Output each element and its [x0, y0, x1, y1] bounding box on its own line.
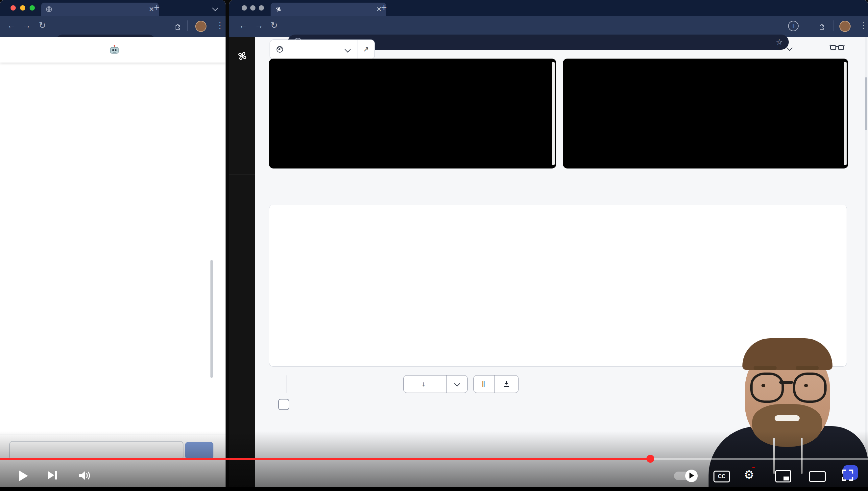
close-traffic-light[interactable] — [242, 5, 247, 10]
play-button[interactable] — [19, 470, 28, 482]
toolbar-divider — [833, 21, 834, 31]
open-external-icon[interactable]: ↗ — [358, 45, 374, 54]
workflow-input-json-panel[interactable] — [269, 59, 556, 169]
hd-badge — [752, 467, 755, 468]
chevron-down-icon — [345, 47, 350, 52]
progress-remaining — [650, 458, 868, 460]
forward-button[interactable]: → — [22, 21, 31, 30]
download-history-button[interactable] — [495, 375, 518, 393]
minimize-traffic-light[interactable] — [250, 5, 255, 10]
reload-button[interactable]: ↻ — [271, 21, 278, 30]
profile-avatar[interactable] — [195, 21, 207, 32]
view-mode-segmented-control — [286, 375, 286, 393]
page-scrollbar-thumb[interactable] — [865, 77, 867, 130]
player-controls: CC ⚙ — [0, 465, 868, 486]
back-button[interactable]: ← — [7, 21, 16, 30]
profile-avatar[interactable] — [839, 21, 850, 32]
autoplay-toggle[interactable] — [674, 471, 697, 480]
next-button[interactable] — [48, 471, 57, 480]
maximize-traffic-light[interactable] — [30, 5, 35, 10]
gear-icon: ⚙ — [744, 468, 754, 482]
pending-failed-only-checkbox[interactable] — [278, 399, 289, 410]
page-title — [105, 45, 120, 55]
workflow-result-json-panel[interactable] — [563, 59, 848, 169]
tab-close-icon[interactable]: ✕ — [149, 5, 154, 13]
video-progress-bar[interactable] — [0, 458, 868, 460]
video-letterbox-bar — [0, 487, 868, 491]
code-scrollbar[interactable] — [552, 62, 555, 165]
globe-favicon-icon — [46, 6, 52, 12]
miniplayer-button[interactable] — [775, 470, 791, 483]
chevron-down-icon — [787, 45, 793, 51]
left-browser-window: ✕ + ← → ↻ i ☆ ⋮ — [0, 0, 225, 491]
namespace-icon — [276, 46, 284, 53]
right-toolbar: ← → ↻ i ☆ ‖ ⋮ — [229, 16, 868, 37]
pause-feed-button[interactable]: ‖ — [474, 375, 495, 393]
progress-scrubber-dot[interactable] — [646, 455, 654, 463]
eye-left — [762, 384, 765, 387]
glasses-bridge — [779, 381, 793, 384]
settings-button[interactable]: ⚙ — [744, 468, 754, 482]
blocker-extension-icon[interactable]: ‖ — [788, 21, 799, 31]
sidebar-divider — [229, 174, 255, 174]
smile — [775, 415, 800, 421]
close-traffic-light[interactable] — [10, 5, 16, 10]
download-icon — [502, 380, 510, 388]
temporal-logo-icon[interactable] — [237, 50, 248, 62]
minimize-traffic-light[interactable] — [20, 5, 25, 10]
left-tab-strip: ✕ + — [0, 0, 225, 16]
toolbar-divider — [187, 21, 188, 31]
sort-options-chevron[interactable] — [447, 375, 467, 393]
code-scrollbar[interactable] — [844, 62, 847, 165]
eyebrow-right — [796, 366, 819, 370]
theater-mode-button[interactable] — [809, 471, 826, 482]
arrow-down-icon: ↓ — [422, 380, 426, 388]
sort-desc-button[interactable]: ↓ — [404, 375, 447, 393]
eyebrow-left — [753, 366, 777, 370]
tab-workflow-history[interactable]: ✕ — [271, 3, 386, 16]
menu-kebab-icon[interactable]: ⋮ — [859, 21, 868, 30]
captions-button[interactable]: CC — [713, 470, 730, 483]
right-tab-strip: ✕ + — [229, 0, 868, 16]
tab-search-chevron-icon[interactable] — [212, 5, 218, 11]
namespace-select[interactable]: ↗ — [270, 39, 375, 59]
progress-played — [0, 458, 650, 460]
extensions-puzzle-icon[interactable] — [818, 22, 826, 30]
new-tab-button[interactable]: + — [381, 3, 387, 12]
hair — [742, 338, 833, 370]
video-frame: ✕ + ← → ↻ i ☆ ⋮ — [0, 0, 868, 491]
clock-icon: ◔ — [777, 44, 781, 53]
tab-temporal-ai-agent[interactable]: ✕ — [41, 3, 159, 16]
glasses-right-lens — [793, 373, 827, 403]
forward-button[interactable]: → — [255, 21, 264, 30]
robot-icon — [109, 45, 120, 55]
menu-kebab-icon[interactable]: ⋮ — [216, 21, 224, 30]
fullscreen-button[interactable] — [841, 469, 854, 482]
back-button[interactable]: ← — [239, 21, 248, 30]
new-tab-button[interactable]: + — [154, 3, 160, 12]
volume-icon[interactable] — [78, 470, 92, 481]
reload-button[interactable]: ↻ — [39, 21, 46, 30]
eye-right — [804, 384, 808, 387]
chat-scrollbar[interactable] — [210, 260, 213, 378]
temporal-favicon-icon — [275, 6, 282, 12]
maximize-traffic-light[interactable] — [259, 5, 264, 10]
timezone-select[interactable]: ◔ — [777, 44, 792, 53]
reader-glasses-icon[interactable] — [830, 42, 845, 53]
page-scrollbar-track[interactable] — [865, 37, 867, 491]
glasses-left-lens — [750, 373, 784, 403]
sort-order-control: ↓ — [403, 375, 468, 393]
left-toolbar: ← → ↻ i ☆ ⋮ — [0, 16, 225, 37]
extensions-puzzle-icon[interactable] — [174, 22, 182, 30]
playback-download-control: ‖ — [473, 375, 519, 393]
chat-header — [0, 37, 225, 62]
